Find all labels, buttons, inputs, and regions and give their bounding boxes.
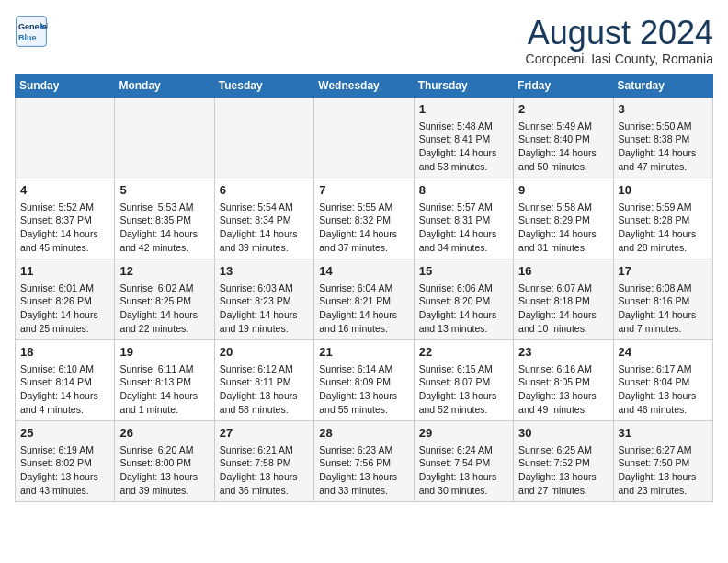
day-info: Daylight: 13 hours bbox=[119, 470, 209, 484]
day-number: 22 bbox=[419, 344, 508, 361]
day-number: 15 bbox=[419, 263, 508, 280]
calendar-cell: 21Sunrise: 6:14 AMSunset: 8:09 PMDayligh… bbox=[314, 339, 414, 420]
day-info: Daylight: 14 hours bbox=[619, 308, 708, 322]
day-number: 11 bbox=[20, 263, 109, 280]
day-info: and 45 minutes. bbox=[20, 241, 109, 255]
day-info: Sunset: 8:37 PM bbox=[20, 213, 109, 227]
day-info: Sunrise: 6:11 AM bbox=[119, 362, 209, 376]
calendar-cell: 24Sunrise: 6:17 AMSunset: 8:04 PMDayligh… bbox=[613, 339, 712, 420]
day-info: Sunset: 8:11 PM bbox=[220, 375, 309, 389]
day-info: Daylight: 14 hours bbox=[220, 227, 309, 241]
day-info: Sunrise: 6:24 AM bbox=[419, 443, 508, 457]
day-number: 3 bbox=[619, 101, 708, 118]
day-info: Sunset: 8:26 PM bbox=[20, 294, 109, 308]
day-info: and 33 minutes. bbox=[319, 484, 408, 498]
day-info: Sunset: 8:05 PM bbox=[518, 375, 608, 389]
day-info: and 50 minutes. bbox=[518, 160, 608, 174]
calendar-cell: 7Sunrise: 5:55 AMSunset: 8:32 PMDaylight… bbox=[314, 178, 414, 259]
day-info: Sunrise: 5:55 AM bbox=[319, 201, 408, 214]
day-number: 8 bbox=[419, 182, 508, 199]
day-info: Sunset: 8:04 PM bbox=[619, 375, 708, 389]
day-info: Daylight: 13 hours bbox=[518, 470, 608, 484]
day-info: Sunset: 8:35 PM bbox=[119, 213, 209, 227]
logo-icon: General Blue bbox=[15, 15, 48, 48]
svg-text:Blue: Blue bbox=[18, 33, 37, 42]
day-info: Daylight: 14 hours bbox=[518, 227, 608, 241]
day-info: Sunset: 8:25 PM bbox=[119, 294, 209, 308]
calendar-week-row: 11Sunrise: 6:01 AMSunset: 8:26 PMDayligh… bbox=[16, 259, 713, 339]
day-info: Sunset: 8:23 PM bbox=[220, 294, 309, 308]
day-info: Sunrise: 6:19 AM bbox=[20, 443, 109, 457]
day-number: 14 bbox=[319, 263, 408, 280]
weekday-header: Wednesday bbox=[314, 74, 414, 97]
day-info: and 49 minutes. bbox=[518, 403, 608, 417]
day-info: Sunrise: 5:53 AM bbox=[119, 201, 209, 214]
calendar-week-row: 1Sunrise: 5:48 AMSunset: 8:41 PMDaylight… bbox=[16, 97, 713, 178]
day-info: Sunrise: 6:15 AM bbox=[419, 362, 508, 376]
day-info: and 23 minutes. bbox=[619, 484, 708, 498]
calendar-table: SundayMondayTuesdayWednesdayThursdayFrid… bbox=[15, 74, 713, 502]
calendar-cell: 22Sunrise: 6:15 AMSunset: 8:07 PMDayligh… bbox=[414, 339, 513, 420]
day-info: Sunrise: 6:14 AM bbox=[319, 362, 408, 376]
day-info: and 10 minutes. bbox=[518, 322, 608, 336]
day-number: 16 bbox=[518, 263, 608, 280]
weekday-header: Monday bbox=[115, 74, 214, 97]
calendar-cell: 25Sunrise: 6:19 AMSunset: 8:02 PMDayligh… bbox=[16, 420, 115, 501]
calendar-cell: 4Sunrise: 5:52 AMSunset: 8:37 PMDaylight… bbox=[16, 178, 115, 259]
day-info: Sunset: 8:13 PM bbox=[119, 375, 209, 389]
day-info: Sunset: 7:58 PM bbox=[220, 456, 309, 470]
day-info: Sunrise: 6:21 AM bbox=[220, 443, 309, 457]
day-info: Daylight: 13 hours bbox=[319, 389, 408, 403]
calendar-week-row: 25Sunrise: 6:19 AMSunset: 8:02 PMDayligh… bbox=[16, 420, 713, 501]
day-info: Sunset: 8:28 PM bbox=[619, 213, 708, 227]
calendar-cell: 11Sunrise: 6:01 AMSunset: 8:26 PMDayligh… bbox=[16, 259, 115, 339]
day-number: 5 bbox=[119, 182, 209, 199]
day-info: Sunrise: 6:12 AM bbox=[220, 362, 309, 376]
day-info: Sunrise: 5:57 AM bbox=[419, 201, 508, 214]
day-info: and 1 minute. bbox=[119, 403, 209, 417]
weekday-header-row: SundayMondayTuesdayWednesdayThursdayFrid… bbox=[16, 74, 713, 97]
day-info: and 7 minutes. bbox=[619, 322, 708, 336]
day-info: Sunset: 8:14 PM bbox=[20, 375, 109, 389]
calendar-cell: 18Sunrise: 6:10 AMSunset: 8:14 PMDayligh… bbox=[16, 339, 115, 420]
calendar-cell: 10Sunrise: 5:59 AMSunset: 8:28 PMDayligh… bbox=[613, 178, 712, 259]
day-info: Sunrise: 6:17 AM bbox=[619, 362, 708, 376]
weekday-header: Saturday bbox=[613, 74, 712, 97]
day-info: Sunset: 8:41 PM bbox=[419, 132, 508, 146]
day-number: 23 bbox=[518, 344, 608, 361]
day-number: 30 bbox=[518, 425, 608, 442]
calendar-cell: 6Sunrise: 5:54 AMSunset: 8:34 PMDaylight… bbox=[214, 178, 313, 259]
day-info: and 22 minutes. bbox=[119, 322, 209, 336]
day-number: 24 bbox=[619, 344, 708, 361]
day-info: and 31 minutes. bbox=[518, 241, 608, 255]
day-info: and 25 minutes. bbox=[20, 322, 109, 336]
day-number: 2 bbox=[518, 101, 608, 118]
calendar-cell: 17Sunrise: 6:08 AMSunset: 8:16 PMDayligh… bbox=[613, 259, 712, 339]
day-info: Daylight: 14 hours bbox=[20, 227, 109, 241]
day-info: Sunrise: 6:20 AM bbox=[119, 443, 209, 457]
day-info: Sunset: 8:18 PM bbox=[518, 294, 608, 308]
day-number: 25 bbox=[20, 425, 109, 442]
day-info: Daylight: 14 hours bbox=[619, 227, 708, 241]
day-info: Sunset: 8:32 PM bbox=[319, 213, 408, 227]
page-header: General Blue General Blue August 2024 Co… bbox=[15, 15, 713, 66]
weekday-header: Friday bbox=[514, 74, 613, 97]
day-info: Sunrise: 5:54 AM bbox=[220, 201, 309, 214]
calendar-cell: 14Sunrise: 6:04 AMSunset: 8:21 PMDayligh… bbox=[314, 259, 414, 339]
day-info: Sunrise: 6:10 AM bbox=[20, 362, 109, 376]
day-info: Sunrise: 5:49 AM bbox=[518, 120, 608, 133]
day-info: and 42 minutes. bbox=[119, 241, 209, 255]
day-info: Sunrise: 6:03 AM bbox=[220, 282, 309, 295]
day-info: Daylight: 14 hours bbox=[119, 227, 209, 241]
day-info: Daylight: 13 hours bbox=[220, 470, 309, 484]
day-info: Sunset: 8:21 PM bbox=[319, 294, 408, 308]
day-info: and 43 minutes. bbox=[20, 484, 109, 498]
day-info: Sunset: 8:29 PM bbox=[518, 213, 608, 227]
day-info: and 28 minutes. bbox=[619, 241, 708, 255]
weekday-header: Sunday bbox=[16, 74, 115, 97]
day-info: Sunrise: 6:02 AM bbox=[119, 282, 209, 295]
weekday-header: Thursday bbox=[414, 74, 513, 97]
calendar-cell: 5Sunrise: 5:53 AMSunset: 8:35 PMDaylight… bbox=[115, 178, 214, 259]
day-info: Daylight: 14 hours bbox=[20, 389, 109, 403]
day-info: Sunrise: 5:50 AM bbox=[619, 120, 708, 133]
